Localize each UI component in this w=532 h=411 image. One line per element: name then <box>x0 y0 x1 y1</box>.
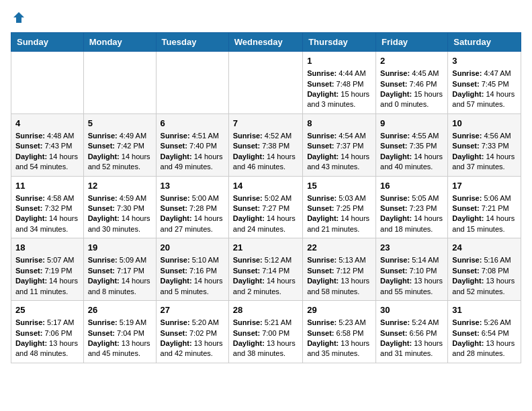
day-info-line: Sunrise: 5:00 AM <box>161 193 224 203</box>
calendar-header-wednesday: Wednesday <box>228 33 302 52</box>
calendar-cell: 7Sunrise: 4:52 AMSunset: 7:38 PMDaylight… <box>228 113 302 176</box>
day-info-line: Daylight: 14 hours <box>452 214 517 224</box>
calendar-cell: 17Sunrise: 5:06 AMSunset: 7:21 PMDayligh… <box>448 176 521 238</box>
day-info-line: Sunset: 7:48 PM <box>307 79 371 89</box>
day-info-line: Sunrise: 4:45 AM <box>380 68 443 79</box>
calendar-cell: 6Sunrise: 4:51 AMSunset: 7:40 PMDaylight… <box>156 113 228 176</box>
calendar-cell: 5Sunrise: 4:49 AMSunset: 7:42 PMDaylight… <box>83 113 156 176</box>
day-number: 6 <box>161 118 224 130</box>
day-info-line: and 27 minutes. <box>161 224 224 234</box>
day-info-line: Sunset: 7:12 PM <box>307 266 371 276</box>
calendar-cell: 27Sunrise: 5:20 AMSunset: 7:02 PMDayligh… <box>156 301 228 363</box>
day-number: 11 <box>15 180 79 192</box>
day-info-line: Sunset: 6:56 PM <box>380 328 443 338</box>
day-info-line: and 52 minutes. <box>452 287 517 297</box>
day-info-line: Sunrise: 5:17 AM <box>15 318 79 328</box>
day-info-line: Daylight: 14 hours <box>15 214 79 224</box>
day-info-line: and 46 minutes. <box>233 162 298 172</box>
calendar-week-row: 4Sunrise: 4:48 AMSunset: 7:43 PMDaylight… <box>11 113 521 176</box>
calendar-cell: 20Sunrise: 5:10 AMSunset: 7:16 PMDayligh… <box>156 238 228 301</box>
day-info-line: Sunset: 7:40 PM <box>161 141 224 151</box>
day-number: 4 <box>15 118 79 130</box>
day-number: 15 <box>307 180 371 192</box>
day-number: 27 <box>161 304 224 316</box>
day-info-line: Daylight: 14 hours <box>452 89 517 99</box>
day-info-line: Daylight: 15 hours <box>307 89 371 99</box>
calendar-cell <box>11 52 84 114</box>
calendar-cell: 12Sunrise: 4:59 AMSunset: 7:30 PMDayligh… <box>83 176 156 238</box>
day-info-line: Sunset: 6:54 PM <box>452 328 517 338</box>
day-number: 10 <box>452 118 517 130</box>
day-info-line: Daylight: 14 hours <box>380 214 443 224</box>
day-info-line: Sunset: 7:14 PM <box>233 266 298 276</box>
calendar-cell: 3Sunrise: 4:47 AMSunset: 7:45 PMDaylight… <box>448 52 521 114</box>
day-number: 3 <box>452 55 517 67</box>
calendar-header-sunday: Sunday <box>11 33 84 52</box>
day-number: 19 <box>88 242 152 254</box>
day-info-line: Daylight: 14 hours <box>161 276 224 286</box>
day-number: 17 <box>452 180 517 192</box>
day-info-line: and 18 minutes. <box>380 224 443 234</box>
calendar-cell: 30Sunrise: 5:24 AMSunset: 6:56 PMDayligh… <box>376 301 448 363</box>
day-info-line: Sunrise: 5:06 AM <box>452 193 517 203</box>
calendar-cell: 22Sunrise: 5:13 AMSunset: 7:12 PMDayligh… <box>303 238 376 301</box>
day-info-line: Daylight: 14 hours <box>88 152 152 162</box>
day-number: 21 <box>233 242 298 254</box>
day-info-line: Sunrise: 5:20 AM <box>161 318 224 328</box>
day-info-line: Daylight: 13 hours <box>15 338 79 349</box>
day-info-line: Sunset: 7:46 PM <box>380 79 443 89</box>
day-info-line: Sunset: 7:30 PM <box>88 203 152 214</box>
calendar-cell: 9Sunrise: 4:55 AMSunset: 7:35 PMDaylight… <box>376 113 448 176</box>
day-info-line: Sunrise: 5:26 AM <box>452 318 517 328</box>
day-info-line: Sunset: 7:42 PM <box>88 141 152 151</box>
calendar-cell: 31Sunrise: 5:26 AMSunset: 6:54 PMDayligh… <box>448 301 521 363</box>
day-info-line: Daylight: 14 hours <box>161 152 224 162</box>
calendar-table: SundayMondayTuesdayWednesdayThursdayFrid… <box>11 32 521 363</box>
day-info-line: Sunset: 7:19 PM <box>15 266 79 276</box>
day-number: 30 <box>380 304 443 316</box>
logo-icon <box>12 11 26 24</box>
day-info-line: and 40 minutes. <box>380 162 443 172</box>
day-info-line: Sunrise: 5:21 AM <box>233 318 298 328</box>
day-info-line: Sunrise: 4:51 AM <box>161 131 224 141</box>
calendar-cell: 18Sunrise: 5:07 AMSunset: 7:19 PMDayligh… <box>11 238 84 301</box>
day-number: 9 <box>380 118 443 130</box>
day-number: 13 <box>161 180 224 192</box>
day-info-line: and 52 minutes. <box>88 162 152 172</box>
day-info-line: Daylight: 13 hours <box>452 276 517 286</box>
day-info-line: and 8 minutes. <box>88 287 152 297</box>
day-info-line: and 45 minutes. <box>88 349 152 359</box>
day-info-line: and 35 minutes. <box>307 349 371 359</box>
calendar-cell: 21Sunrise: 5:12 AMSunset: 7:14 PMDayligh… <box>228 238 302 301</box>
day-info-line: and 48 minutes. <box>15 349 79 359</box>
day-info-line: Daylight: 14 hours <box>88 214 152 224</box>
day-info-line: Sunset: 7:23 PM <box>380 203 443 214</box>
day-info-line: Daylight: 14 hours <box>15 152 79 162</box>
calendar-cell <box>228 52 302 114</box>
day-info-line: Sunrise: 5:12 AM <box>233 255 298 265</box>
day-info-line: and 31 minutes. <box>380 349 443 359</box>
day-info-line: Daylight: 13 hours <box>307 276 371 286</box>
calendar-cell: 8Sunrise: 4:54 AMSunset: 7:37 PMDaylight… <box>303 113 376 176</box>
day-info-line: Sunrise: 5:05 AM <box>380 193 443 203</box>
day-info-line: Sunset: 7:45 PM <box>452 79 517 89</box>
calendar-cell: 14Sunrise: 5:02 AMSunset: 7:27 PMDayligh… <box>228 176 302 238</box>
day-number: 7 <box>233 118 298 130</box>
day-info-line: Sunrise: 5:24 AM <box>380 318 443 328</box>
calendar-header-thursday: Thursday <box>303 33 376 52</box>
day-info-line: Sunrise: 4:56 AM <box>452 131 517 141</box>
calendar-cell: 24Sunrise: 5:16 AMSunset: 7:08 PMDayligh… <box>448 238 521 301</box>
day-info-line: Sunset: 7:37 PM <box>307 141 371 151</box>
day-info-line: Sunset: 7:10 PM <box>380 266 443 276</box>
calendar-cell: 13Sunrise: 5:00 AMSunset: 7:28 PMDayligh… <box>156 176 228 238</box>
calendar-cell: 28Sunrise: 5:21 AMSunset: 7:00 PMDayligh… <box>228 301 302 363</box>
day-info-line: Sunset: 7:02 PM <box>161 328 224 338</box>
day-info-line: and 21 minutes. <box>307 224 371 234</box>
day-info-line: Sunrise: 5:02 AM <box>233 193 298 203</box>
day-info-line: Sunrise: 4:44 AM <box>307 68 371 79</box>
day-info-line: Sunset: 7:35 PM <box>380 141 443 151</box>
day-info-line: and 30 minutes. <box>88 224 152 234</box>
day-info-line: Sunrise: 5:09 AM <box>88 255 152 265</box>
day-info-line: and 24 minutes. <box>233 224 298 234</box>
calendar-cell: 25Sunrise: 5:17 AMSunset: 7:06 PMDayligh… <box>11 301 84 363</box>
